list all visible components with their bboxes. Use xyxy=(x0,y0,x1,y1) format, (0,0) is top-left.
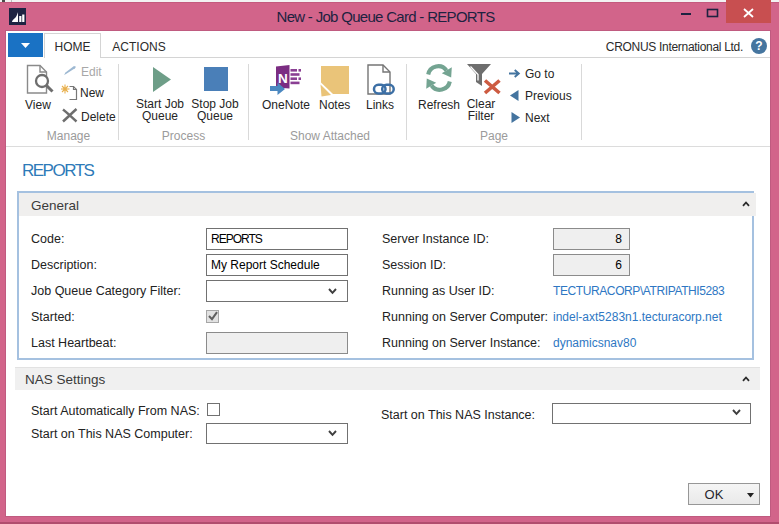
svg-text:N: N xyxy=(278,71,288,86)
